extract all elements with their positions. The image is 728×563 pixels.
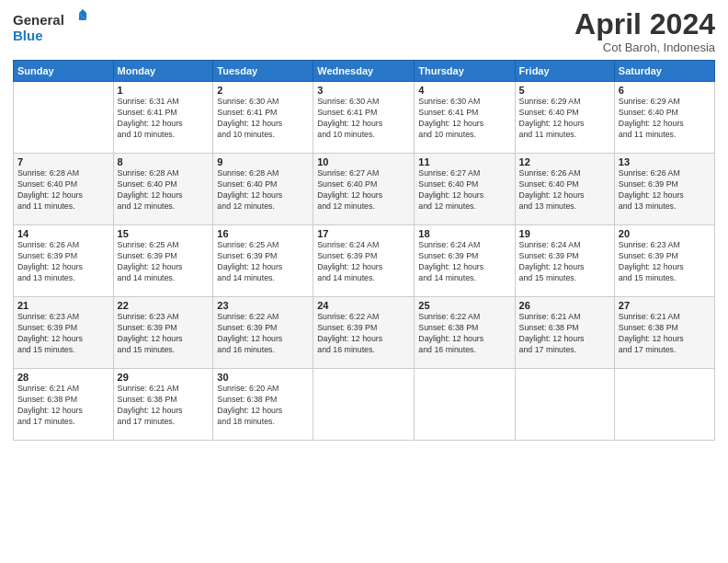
table-row: 14Sunrise: 6:26 AM Sunset: 6:39 PM Dayli… bbox=[14, 225, 114, 297]
day-info: Sunrise: 6:28 AM Sunset: 6:40 PM Dayligh… bbox=[217, 168, 309, 213]
day-info: Sunrise: 6:21 AM Sunset: 6:38 PM Dayligh… bbox=[619, 312, 711, 356]
day-number: 27 bbox=[619, 300, 711, 311]
table-row: 1Sunrise: 6:31 AM Sunset: 6:41 PM Daylig… bbox=[113, 82, 213, 154]
table-row: 18Sunrise: 6:24 AM Sunset: 6:39 PM Dayli… bbox=[415, 225, 515, 297]
table-row: 5Sunrise: 6:29 AM Sunset: 6:40 PM Daylig… bbox=[515, 82, 614, 154]
calendar-table: Sunday Monday Tuesday Wednesday Thursday… bbox=[13, 60, 715, 441]
day-info: Sunrise: 6:23 AM Sunset: 6:39 PM Dayligh… bbox=[17, 312, 109, 356]
day-info: Sunrise: 6:30 AM Sunset: 6:41 PM Dayligh… bbox=[418, 97, 510, 141]
day-number: 22 bbox=[118, 300, 210, 311]
day-info: Sunrise: 6:31 AM Sunset: 6:41 PM Dayligh… bbox=[118, 97, 210, 141]
table-row: 11Sunrise: 6:27 AM Sunset: 6:40 PM Dayli… bbox=[415, 154, 515, 225]
table-row: 19Sunrise: 6:24 AM Sunset: 6:39 PM Dayli… bbox=[515, 225, 614, 297]
day-info: Sunrise: 6:24 AM Sunset: 6:39 PM Dayligh… bbox=[317, 240, 410, 284]
day-info: Sunrise: 6:30 AM Sunset: 6:41 PM Dayligh… bbox=[317, 97, 410, 141]
day-number: 19 bbox=[519, 228, 610, 239]
day-info: Sunrise: 6:22 AM Sunset: 6:39 PM Dayligh… bbox=[317, 312, 410, 356]
logo: General Blue bbox=[13, 9, 86, 48]
table-row: 9Sunrise: 6:28 AM Sunset: 6:40 PM Daylig… bbox=[213, 154, 313, 225]
logo-svg: General Blue bbox=[13, 9, 86, 48]
page: General Blue April 2024 Cot Baroh, Indon… bbox=[0, 0, 728, 563]
day-number: 10 bbox=[317, 156, 410, 167]
day-number: 15 bbox=[118, 228, 210, 239]
day-number: 29 bbox=[118, 372, 210, 383]
table-row: 24Sunrise: 6:22 AM Sunset: 6:39 PM Dayli… bbox=[313, 297, 415, 369]
day-number: 28 bbox=[17, 372, 109, 383]
table-row: 7Sunrise: 6:28 AM Sunset: 6:40 PM Daylig… bbox=[14, 154, 114, 225]
week-row-3: 21Sunrise: 6:23 AM Sunset: 6:39 PM Dayli… bbox=[14, 297, 715, 369]
week-row-4: 28Sunrise: 6:21 AM Sunset: 6:38 PM Dayli… bbox=[14, 369, 715, 441]
table-row: 13Sunrise: 6:26 AM Sunset: 6:39 PM Dayli… bbox=[614, 154, 714, 225]
title-block: April 2024 Cot Baroh, Indonesia bbox=[574, 9, 715, 54]
week-row-0: 1Sunrise: 6:31 AM Sunset: 6:41 PM Daylig… bbox=[14, 82, 715, 154]
day-info: Sunrise: 6:27 AM Sunset: 6:40 PM Dayligh… bbox=[317, 168, 410, 213]
table-row bbox=[14, 82, 114, 154]
day-number: 26 bbox=[519, 300, 610, 311]
day-number: 5 bbox=[519, 85, 610, 96]
day-number: 2 bbox=[217, 85, 309, 96]
day-number: 4 bbox=[418, 85, 510, 96]
day-number: 23 bbox=[217, 300, 309, 311]
day-info: Sunrise: 6:29 AM Sunset: 6:40 PM Dayligh… bbox=[619, 97, 711, 141]
table-row: 22Sunrise: 6:23 AM Sunset: 6:39 PM Dayli… bbox=[113, 297, 213, 369]
week-row-2: 14Sunrise: 6:26 AM Sunset: 6:39 PM Dayli… bbox=[14, 225, 715, 297]
col-saturday: Saturday bbox=[614, 61, 714, 82]
col-friday: Friday bbox=[515, 61, 614, 82]
day-number: 24 bbox=[317, 300, 410, 311]
day-info: Sunrise: 6:26 AM Sunset: 6:40 PM Dayligh… bbox=[519, 168, 610, 213]
col-monday: Monday bbox=[113, 61, 213, 82]
table-row: 23Sunrise: 6:22 AM Sunset: 6:39 PM Dayli… bbox=[213, 297, 313, 369]
col-tuesday: Tuesday bbox=[213, 61, 313, 82]
day-info: Sunrise: 6:24 AM Sunset: 6:39 PM Dayligh… bbox=[519, 240, 610, 284]
svg-marker-2 bbox=[79, 9, 86, 13]
table-row: 4Sunrise: 6:30 AM Sunset: 6:41 PM Daylig… bbox=[415, 82, 515, 154]
day-number: 11 bbox=[418, 156, 510, 167]
table-row: 20Sunrise: 6:23 AM Sunset: 6:39 PM Dayli… bbox=[614, 225, 714, 297]
table-row: 26Sunrise: 6:21 AM Sunset: 6:38 PM Dayli… bbox=[515, 297, 614, 369]
day-info: Sunrise: 6:22 AM Sunset: 6:38 PM Dayligh… bbox=[418, 312, 510, 356]
table-row: 8Sunrise: 6:28 AM Sunset: 6:40 PM Daylig… bbox=[113, 154, 213, 225]
table-row bbox=[313, 369, 415, 441]
table-row: 12Sunrise: 6:26 AM Sunset: 6:40 PM Dayli… bbox=[515, 154, 614, 225]
svg-text:General: General bbox=[13, 12, 64, 28]
day-info: Sunrise: 6:21 AM Sunset: 6:38 PM Dayligh… bbox=[519, 312, 610, 356]
day-number: 12 bbox=[519, 156, 610, 167]
day-number: 3 bbox=[317, 85, 410, 96]
week-row-1: 7Sunrise: 6:28 AM Sunset: 6:40 PM Daylig… bbox=[14, 154, 715, 225]
table-row: 25Sunrise: 6:22 AM Sunset: 6:38 PM Dayli… bbox=[415, 297, 515, 369]
col-sunday: Sunday bbox=[14, 61, 114, 82]
day-number: 18 bbox=[418, 228, 510, 239]
day-info: Sunrise: 6:25 AM Sunset: 6:39 PM Dayligh… bbox=[118, 240, 210, 284]
day-info: Sunrise: 6:28 AM Sunset: 6:40 PM Dayligh… bbox=[17, 168, 109, 213]
day-info: Sunrise: 6:28 AM Sunset: 6:40 PM Dayligh… bbox=[118, 168, 210, 213]
day-info: Sunrise: 6:24 AM Sunset: 6:39 PM Dayligh… bbox=[418, 240, 510, 284]
day-info: Sunrise: 6:21 AM Sunset: 6:38 PM Dayligh… bbox=[118, 384, 210, 428]
table-row: 6Sunrise: 6:29 AM Sunset: 6:40 PM Daylig… bbox=[614, 82, 714, 154]
day-number: 16 bbox=[217, 228, 309, 239]
table-row: 17Sunrise: 6:24 AM Sunset: 6:39 PM Dayli… bbox=[313, 225, 415, 297]
day-info: Sunrise: 6:26 AM Sunset: 6:39 PM Dayligh… bbox=[17, 240, 109, 284]
day-number: 17 bbox=[317, 228, 410, 239]
month-title: April 2024 bbox=[574, 9, 715, 39]
subtitle: Cot Baroh, Indonesia bbox=[574, 40, 715, 54]
day-number: 25 bbox=[418, 300, 510, 311]
table-row: 2Sunrise: 6:30 AM Sunset: 6:41 PM Daylig… bbox=[213, 82, 313, 154]
table-row: 29Sunrise: 6:21 AM Sunset: 6:38 PM Dayli… bbox=[113, 369, 213, 441]
header-row: Sunday Monday Tuesday Wednesday Thursday… bbox=[14, 61, 715, 82]
table-row: 21Sunrise: 6:23 AM Sunset: 6:39 PM Dayli… bbox=[14, 297, 114, 369]
table-row bbox=[614, 369, 714, 441]
table-row: 3Sunrise: 6:30 AM Sunset: 6:41 PM Daylig… bbox=[313, 82, 415, 154]
table-row bbox=[415, 369, 515, 441]
day-info: Sunrise: 6:23 AM Sunset: 6:39 PM Dayligh… bbox=[619, 240, 711, 284]
col-thursday: Thursday bbox=[415, 61, 515, 82]
day-number: 1 bbox=[118, 85, 210, 96]
day-info: Sunrise: 6:21 AM Sunset: 6:38 PM Dayligh… bbox=[17, 384, 109, 428]
day-number: 14 bbox=[17, 228, 109, 239]
day-number: 6 bbox=[619, 85, 711, 96]
header: General Blue April 2024 Cot Baroh, Indon… bbox=[13, 9, 715, 54]
day-info: Sunrise: 6:27 AM Sunset: 6:40 PM Dayligh… bbox=[418, 168, 510, 213]
svg-text:Blue: Blue bbox=[13, 28, 43, 43]
day-info: Sunrise: 6:29 AM Sunset: 6:40 PM Dayligh… bbox=[519, 97, 610, 141]
table-row: 15Sunrise: 6:25 AM Sunset: 6:39 PM Dayli… bbox=[113, 225, 213, 297]
day-number: 13 bbox=[619, 156, 711, 167]
